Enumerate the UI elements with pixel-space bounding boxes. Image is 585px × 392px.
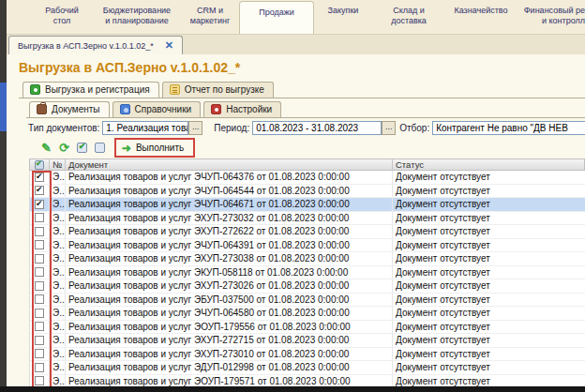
toolbar: ✎ ⟳ ➜ Выполнить xyxy=(26,137,585,158)
menu-label: доставка xyxy=(391,16,427,26)
table-row[interactable]: Э.. Реализация товаров и услуг ЭХУП-2726… xyxy=(30,225,585,239)
row-checkbox-cell[interactable] xyxy=(30,334,50,347)
row-status: Документ отсутствует xyxy=(393,266,585,279)
menu-item-desktop[interactable]: Рабочий стол xyxy=(31,0,93,34)
table-row[interactable]: Э.. Реализация товаров и услуг ЭХУП-2730… xyxy=(30,348,585,362)
table-row[interactable]: Э.. Реализация товаров и услуг ЭОУП-1795… xyxy=(30,321,585,335)
table-row[interactable]: Э.. Реализация товаров и услуг ЭБУП-0375… xyxy=(30,294,585,308)
table-row[interactable]: Э.. Реализация товаров и услуг ЭЧУП-0646… xyxy=(30,198,585,212)
row-checkbox[interactable] xyxy=(35,227,44,236)
row-document: Реализация товаров и услуг ЭХУП-273032 о… xyxy=(66,212,393,225)
period-picker-button[interactable]: ... xyxy=(382,121,396,135)
row-checkbox-cell[interactable] xyxy=(30,252,50,265)
row-number: Э.. xyxy=(50,171,66,184)
set-flags-icon[interactable] xyxy=(77,143,87,153)
tab-documents[interactable]: Документы xyxy=(29,101,110,117)
table-row[interactable]: Э.. Реализация товаров и услуг ЭХУП-2730… xyxy=(30,212,585,226)
status-column-header[interactable]: Статус xyxy=(393,158,584,171)
row-checkbox[interactable] xyxy=(35,281,44,291)
row-document: Реализация товаров и услуг ЭОУП-179571 о… xyxy=(66,375,393,388)
menu-item-treasury[interactable]: Казначейство xyxy=(445,0,517,34)
table-row[interactable]: Э.. Реализация товаров и услуг ЭХУП-2727… xyxy=(30,334,585,348)
period-field[interactable]: 01.08.2023 - 31.08.2023 xyxy=(252,121,382,135)
close-icon[interactable]: ✕ xyxy=(165,40,173,51)
row-checkbox[interactable] xyxy=(35,186,44,195)
book-icon xyxy=(120,104,130,114)
row-checkbox-cell[interactable] xyxy=(30,198,50,211)
row-status: Документ отсутствует xyxy=(393,307,585,320)
clear-flags-icon[interactable] xyxy=(95,143,105,153)
row-document: Реализация товаров и услуг ЭХУП-273010 о… xyxy=(66,348,393,361)
table-row[interactable]: Э.. Реализация товаров и услуг ЭХУП-2730… xyxy=(30,252,585,266)
table-row[interactable]: Э.. Реализация товаров и услуг ЭДУП-0129… xyxy=(30,361,585,375)
menu-item-budgeting[interactable]: Бюджетирование и планирование xyxy=(93,0,181,34)
table-row[interactable]: Э.. Реализация товаров и услуг ЭЧУП-0643… xyxy=(30,171,585,185)
row-checkbox[interactable] xyxy=(35,213,44,222)
number-column-header[interactable]: № xyxy=(50,158,66,171)
window-left-border xyxy=(0,0,7,392)
row-status: Документ отсутствует xyxy=(393,239,585,252)
row-checkbox[interactable] xyxy=(35,294,44,304)
table-row[interactable]: Э.. Реализация товаров и услуг ЭЧУП-0643… xyxy=(30,239,585,253)
row-checkbox-cell[interactable] xyxy=(30,348,50,361)
tab-export-and-registration[interactable]: Выгрузка и регистрация xyxy=(22,82,159,98)
document-tab[interactable]: Выгрузка в АСП.Зерно v.1.0.1.02_* ✕ xyxy=(8,36,183,54)
menu-item-warehouse[interactable]: Склад и доставка xyxy=(372,0,445,34)
table-row[interactable]: Э.. Реализация товаров и услуг ЭКУП-0581… xyxy=(30,266,585,280)
tab-directories[interactable]: Справочники xyxy=(112,101,202,117)
row-checkbox[interactable] xyxy=(35,349,44,358)
row-checkbox[interactable] xyxy=(35,336,44,345)
row-checkbox[interactable] xyxy=(35,363,44,372)
selection-field[interactable]: Контрагент Не равно "ДВ НЕВ xyxy=(432,121,585,135)
row-checkbox-cell[interactable] xyxy=(30,212,50,225)
tab-settings[interactable]: Настройки xyxy=(203,101,281,117)
doc-type-picker-button[interactable]: ... xyxy=(188,121,202,135)
row-checkbox[interactable] xyxy=(35,200,44,209)
table-row[interactable]: Э.. Реализация товаров и услуг ЭХУП-2730… xyxy=(30,279,585,294)
row-checkbox-cell[interactable] xyxy=(30,279,50,293)
menu-label: и планирование xyxy=(105,16,168,26)
tab-export-report[interactable]: Отчет по выгрузке xyxy=(162,82,274,98)
row-document: Реализация товаров и услуг ЭДУП-012998 о… xyxy=(66,361,393,374)
doc-type-field[interactable]: 1. Реализация товаров и услуг -: xyxy=(102,121,188,135)
row-checkbox-cell[interactable] xyxy=(30,294,50,307)
row-checkbox-cell[interactable] xyxy=(30,185,50,198)
row-checkbox[interactable] xyxy=(35,240,44,249)
row-checkbox-cell[interactable] xyxy=(30,361,50,374)
table-row[interactable]: Э.. Реализация товаров и услуг ЭЧУП-0645… xyxy=(30,185,585,199)
row-status: Документ отсутствует xyxy=(393,171,585,184)
period-label: Период: xyxy=(214,123,249,133)
row-status: Документ отсутствует xyxy=(393,185,585,198)
row-checkbox-cell[interactable] xyxy=(30,321,50,334)
row-checkbox-cell[interactable] xyxy=(30,307,50,320)
select-all-header[interactable] xyxy=(30,158,50,171)
menu-item-financial-result[interactable]: Финансовый ре и контролл xyxy=(517,0,585,34)
row-checkbox[interactable] xyxy=(35,309,44,318)
row-number: Э.. xyxy=(50,239,66,252)
menu-item-crm[interactable]: CRM и маркетинг xyxy=(181,0,239,34)
row-checkbox-cell[interactable] xyxy=(30,239,50,252)
row-checkbox-cell[interactable] xyxy=(30,225,50,238)
execute-button[interactable]: Выполнить xyxy=(136,143,184,153)
row-checkbox[interactable] xyxy=(35,322,44,331)
menu-item-sales[interactable]: Продажи xyxy=(239,1,314,34)
row-status: Документ отсутствует xyxy=(393,225,585,238)
refresh-icon[interactable]: ⟳ xyxy=(59,142,69,154)
tab-label: Справочники xyxy=(135,104,192,114)
menu-item-purchases[interactable]: Закупки xyxy=(314,0,372,34)
row-checkbox[interactable] xyxy=(35,173,44,182)
select-all-icon xyxy=(35,160,44,170)
row-checkbox-cell[interactable] xyxy=(30,171,50,184)
row-checkbox-cell[interactable] xyxy=(30,266,50,279)
row-number: Э.. xyxy=(50,225,66,238)
document-column-header[interactable]: Документ xyxy=(66,158,393,171)
row-document: Реализация товаров и услуг ЭЧУП-064671 о… xyxy=(66,198,393,211)
table-row[interactable]: Э.. Реализация товаров и услуг ЭЧУП-0645… xyxy=(30,307,585,321)
row-checkbox[interactable] xyxy=(35,267,44,277)
row-number: Э.. xyxy=(50,198,66,211)
row-checkbox[interactable] xyxy=(35,376,44,385)
row-checkbox-cell[interactable] xyxy=(30,375,50,388)
menu-label: Казначейство xyxy=(454,6,507,16)
row-checkbox[interactable] xyxy=(35,254,44,264)
edit-pencil-icon[interactable]: ✎ xyxy=(41,142,52,154)
